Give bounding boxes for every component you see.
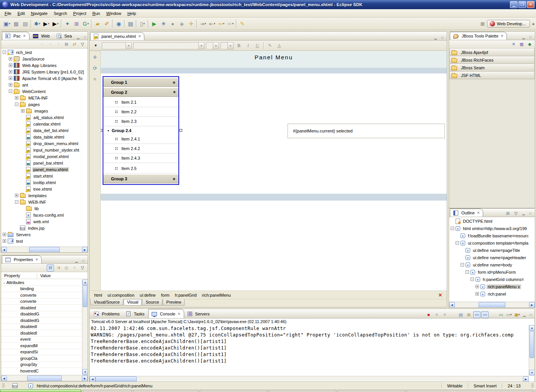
start-button[interactable] xyxy=(0,389,81,392)
expander-icon[interactable]: + xyxy=(3,233,6,236)
panel-menu-row[interactable]: Group 1 » xyxy=(103,78,178,87)
breadcrumb-item[interactable]: ui:composition xyxy=(108,293,134,297)
terminate-console-button[interactable]: ■ ▾ xyxy=(425,311,432,318)
back-button[interactable]: ⇦ ▾ xyxy=(217,19,226,28)
console-output[interactable]: 02.11.2007 1:42:46 com.sun.facelets.tag.… xyxy=(90,325,534,382)
outline-item[interactable]: - html xmlns=http://www.w3.org/199 xyxy=(449,225,535,232)
show-on-output-button[interactable]: ▭ ▾ xyxy=(481,311,489,318)
expander-icon[interactable]: + xyxy=(476,285,479,288)
panel-menu-row[interactable]: • Group 2.4 » xyxy=(103,126,178,134)
resume-button[interactable]: ◈ ▾ xyxy=(177,19,186,28)
minimize-view-button[interactable]: ▁ xyxy=(521,35,526,40)
explorer-tab[interactable]: Web ✕ xyxy=(29,32,53,40)
run-button[interactable]: ▶ ▾ xyxy=(42,19,51,28)
properties-vscrollbar[interactable]: ▲ ▼ xyxy=(82,279,88,375)
tree-item[interactable]: - pages xyxy=(1,101,88,108)
editor-mode-tab[interactable]: Preview xyxy=(163,299,185,305)
tree-item[interactable]: data_table.xhtml xyxy=(1,134,88,140)
show-categories-button[interactable]: ⊟ xyxy=(47,265,54,271)
scroll-right-icon[interactable]: ▶ xyxy=(523,376,529,382)
property-row[interactable]: disabledI xyxy=(1,324,82,330)
expander-icon[interactable]: - xyxy=(3,51,6,54)
console-area-tab[interactable]: Console ✕ xyxy=(148,309,184,318)
tree-item[interactable]: tooltip.xhtml xyxy=(1,179,88,186)
scroll-up-icon[interactable]: ▲ xyxy=(82,279,88,285)
tree-item[interactable]: + Servers xyxy=(1,231,88,238)
highlight-pen-icon[interactable]: ✎ xyxy=(266,42,274,49)
perspective-button[interactable]: Web Develop... xyxy=(487,20,530,28)
web-browser-button[interactable]: ◉ ▾ xyxy=(114,19,123,28)
editor-menu-arrow-icon[interactable]: ▼ xyxy=(91,44,100,47)
palette-group[interactable]: JBoss Seam xyxy=(449,64,534,72)
panel-menu-row[interactable]: Group 2 » xyxy=(103,88,178,97)
selection-handle-left[interactable] xyxy=(101,129,102,132)
expander-icon[interactable]: - xyxy=(9,90,12,93)
print-button[interactable]: ▤ ▾ xyxy=(21,19,30,28)
minimize-view-button[interactable]: ▁ xyxy=(433,35,438,40)
fast-view-icon[interactable] xyxy=(12,383,18,388)
taskbar-button[interactable] xyxy=(407,390,533,392)
expander-icon[interactable]: - xyxy=(456,241,459,245)
expander-icon[interactable]: + xyxy=(476,292,479,296)
clear-console-button[interactable]: ▤ ▾ xyxy=(457,311,464,318)
save-button[interactable]: ▦ ▾ xyxy=(11,19,21,28)
expander-icon[interactable]: - xyxy=(471,278,474,281)
tree-item[interactable]: web.xml xyxy=(1,218,88,225)
panel-menu-row[interactable]: Item 2.3 » xyxy=(103,117,178,126)
scroll-left-icon[interactable]: ◀ xyxy=(1,376,7,381)
editor-mode-tab[interactable]: Visual xyxy=(124,299,142,305)
expander-icon[interactable]: + xyxy=(9,64,12,67)
close-icon[interactable]: ✕ xyxy=(23,34,26,38)
properties-tab[interactable]: Properties ✕ xyxy=(2,255,42,263)
next-annotation-button[interactable]: ⇥ ▾ xyxy=(198,19,208,28)
property-row[interactable]: disabledG xyxy=(1,311,82,318)
console-area-tab[interactable]: Problems ✕ xyxy=(90,309,123,318)
panel-menu-row[interactable]: Item 2.2 » xyxy=(103,107,178,117)
palette-tab[interactable]: JBoss Tools Palette ✕ xyxy=(450,32,507,40)
tree-item[interactable]: panel_bar.xhtml xyxy=(1,160,88,166)
outline-item[interactable]: - ui:composition template=/templa xyxy=(449,239,535,247)
tree-item[interactable]: + Web App Libraries xyxy=(1,62,88,69)
customize-palette-button[interactable]: ✕ xyxy=(510,41,517,48)
new-wizard-button[interactable]: ▣ ▾ xyxy=(2,19,11,28)
console-area-tab[interactable]: Tasks ✕ xyxy=(123,309,148,318)
tree-item[interactable]: - rich_test xyxy=(1,49,88,56)
selection-handle-right[interactable] xyxy=(180,129,182,132)
tree-item[interactable]: a4j_status.xhtml xyxy=(1,114,88,121)
outline-item[interactable]: + rich:panel xyxy=(449,290,535,297)
remove-launch-button[interactable]: ✕ ▾ xyxy=(433,311,440,318)
tree-item[interactable]: drop_down_menu.xhtml xyxy=(1,140,88,147)
breadcrumb-item[interactable]: ui:define xyxy=(140,293,156,297)
property-row[interactable]: disabledG xyxy=(1,317,82,324)
taskbar-button[interactable] xyxy=(133,390,198,392)
menu-item[interactable]: Search xyxy=(51,10,70,16)
console-area-tab[interactable]: Servers ✕ xyxy=(184,309,213,318)
italic-button[interactable]: I xyxy=(244,42,252,49)
open-console-button[interactable]: ▣ ▾ xyxy=(513,311,521,318)
device-preview-button[interactable]: ▯ ▾ xyxy=(138,19,147,28)
outline-hscrollbar[interactable]: ◀ ▶ xyxy=(449,302,535,307)
open-perspective-icon[interactable]: ⊞ xyxy=(480,21,485,27)
window-restore-button[interactable]: ❐ xyxy=(518,1,526,8)
menu-item[interactable]: Navigate xyxy=(28,10,51,16)
console-hscrollbar[interactable]: ◀ ▶ xyxy=(90,376,529,382)
outline-tab[interactable]: Outline ✕ xyxy=(450,209,483,217)
expander-icon[interactable]: - xyxy=(461,263,464,266)
close-icon[interactable]: ✕ xyxy=(35,258,38,261)
taskbar-button[interactable] xyxy=(269,390,336,392)
tree-item[interactable]: lib xyxy=(1,205,88,212)
underline-button[interactable]: U xyxy=(253,42,261,49)
maximize-view-button[interactable]: □ xyxy=(80,258,86,263)
palette-group[interactable]: JSF HTML xyxy=(449,72,534,79)
breadcrumb-item[interactable]: form xyxy=(161,293,170,297)
taskbar-button[interactable] xyxy=(200,390,267,392)
scroll-left-icon[interactable]: ◀ xyxy=(90,376,95,382)
menu-item[interactable]: Project xyxy=(70,10,89,16)
expander-icon[interactable]: + xyxy=(9,57,12,60)
tree-item[interactable]: modal_ponel.xhtml xyxy=(1,153,88,160)
properties-hscrollbar[interactable]: ◀ ▶ xyxy=(1,375,88,381)
outline-item[interactable]: - ui:define name=body xyxy=(449,261,535,268)
panel-menu-row[interactable]: Item 2.4.3 » xyxy=(103,154,178,163)
panel-menu-row[interactable]: Group 3 » xyxy=(103,174,178,183)
outline-item[interactable]: + rich:panelMenu s xyxy=(449,283,535,290)
